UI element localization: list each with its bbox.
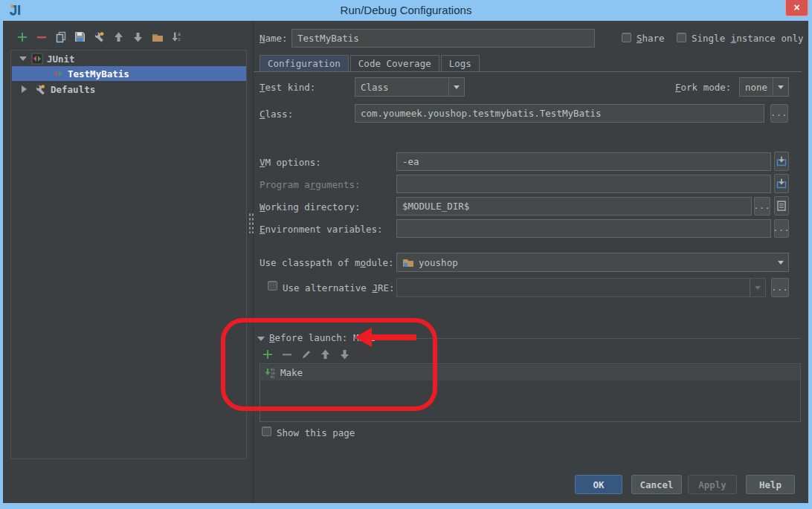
help-button[interactable]: Help — [746, 475, 795, 494]
class-input[interactable] — [355, 104, 764, 123]
class-label: Class: — [260, 108, 293, 120]
use-alternative-jre-checkbox[interactable] — [268, 281, 277, 291]
cancel-button[interactable]: Cancel — [631, 475, 682, 494]
program-arguments-label: Program arguments: — [260, 179, 360, 191]
fork-mode-value: none — [745, 82, 767, 93]
before-launch-twisty-icon[interactable] — [257, 337, 265, 345]
working-directory-label: Working directory: — [260, 201, 360, 213]
task-label: Make — [280, 367, 303, 378]
share-label[interactable]: Share — [637, 33, 665, 45]
browse-class-button[interactable]: ... — [770, 104, 788, 123]
module-folder-icon — [402, 257, 414, 268]
add-task-icon[interactable] — [261, 348, 274, 360]
share-checkbox[interactable] — [622, 33, 631, 42]
chevron-down-icon[interactable] — [448, 78, 464, 96]
test-kind-label: Test kind: — [260, 82, 315, 94]
tree-item-label: JUnit — [47, 54, 75, 65]
module-value: youshop — [419, 257, 458, 268]
svg-text:z: z — [178, 36, 181, 42]
tree-item-junit[interactable]: JUnit — [12, 51, 246, 66]
program-arguments-input[interactable] — [396, 175, 771, 193]
configurations-toolbar: az — [16, 30, 183, 43]
sort-alphabetically-icon[interactable]: az — [170, 30, 183, 43]
alternative-jre-select — [396, 278, 766, 297]
move-task-up-icon[interactable] — [319, 348, 332, 360]
vm-options-input[interactable] — [396, 152, 771, 171]
show-this-page-checkbox[interactable] — [262, 427, 271, 436]
before-launch-toolbar — [261, 348, 351, 360]
browse-jre-button[interactable]: ... — [771, 278, 789, 297]
macros-list-icon[interactable] — [774, 196, 789, 215]
remove-configuration-icon[interactable] — [35, 30, 48, 43]
tab-code-coverage[interactable]: Code Coverage — [350, 55, 439, 72]
configurations-tree: JUnit TestMyBatis Defaults — [10, 50, 247, 459]
expand-program-arguments-icon[interactable] — [774, 174, 789, 193]
apply-button[interactable]: Apply — [688, 475, 737, 494]
test-kind-select[interactable]: Class — [355, 77, 465, 97]
browse-working-directory-button[interactable]: ... — [754, 197, 770, 215]
environment-variables-label: Environment variables: — [260, 224, 383, 236]
copy-configuration-icon[interactable] — [54, 30, 67, 43]
tree-item-testmybatis-selected[interactable]: TestMyBatis — [12, 66, 246, 81]
fork-mode-select[interactable]: none — [739, 77, 789, 97]
environment-variables-input[interactable] — [396, 219, 771, 238]
make-compile-icon: 011001 — [265, 367, 277, 379]
before-launch-task-list: 011001 Make — [260, 363, 801, 422]
fork-mode-label: Fork mode: — [675, 82, 731, 94]
title-bar: Run/Debug Configurations × — [0, 0, 812, 21]
browse-environment-variables-button[interactable]: ... — [774, 219, 789, 238]
working-directory-input[interactable] — [396, 197, 752, 215]
move-task-down-icon[interactable] — [338, 348, 351, 360]
svg-text:01: 01 — [271, 375, 275, 379]
name-input[interactable] — [291, 29, 595, 48]
chevron-down-icon — [750, 279, 765, 296]
edit-task-icon[interactable] — [300, 348, 312, 360]
chevron-down-icon[interactable] — [773, 78, 788, 96]
run-debug-configurations-dialog: Run/Debug Configurations × az — [0, 0, 812, 509]
module-select[interactable]: youshop — [396, 253, 789, 272]
tab-logs[interactable]: Logs — [441, 55, 480, 72]
single-instance-checkbox[interactable] — [677, 33, 686, 42]
single-instance-label[interactable]: Single instance only — [692, 33, 804, 45]
use-alternative-jre-label[interactable]: Use alternative JRE: — [283, 282, 395, 294]
test-kind-value: Class — [361, 82, 389, 93]
use-classpath-label: Use classpath of module: — [260, 257, 394, 269]
chevron-down-icon[interactable] — [773, 253, 788, 271]
tree-item-label: TestMyBatis — [68, 68, 129, 80]
collapsed-twisty-icon[interactable] — [22, 85, 30, 93]
window-title: Run/Debug Configurations — [0, 4, 812, 16]
move-up-icon[interactable] — [112, 30, 125, 43]
settings-wrench-icon — [35, 83, 47, 95]
before-launch-separator — [394, 338, 801, 339]
edit-defaults-wrench-icon[interactable] — [93, 30, 106, 43]
tree-item-label: Defaults — [51, 84, 95, 95]
before-launch-header[interactable]: Before launch: Make — [269, 332, 376, 344]
task-row-make[interactable]: 011001 Make — [261, 365, 800, 380]
vm-options-label: VM options: — [260, 157, 321, 169]
expand-vm-options-icon[interactable] — [774, 152, 789, 171]
configuration-tabs: Configuration Code Coverage Logs — [260, 55, 481, 72]
close-button[interactable]: × — [785, 0, 808, 16]
new-folder-icon[interactable] — [151, 30, 164, 43]
tree-item-defaults[interactable]: Defaults — [12, 82, 246, 97]
move-down-icon[interactable] — [132, 30, 144, 43]
save-configuration-icon[interactable] — [74, 30, 86, 43]
junit-configuration-icon — [52, 68, 64, 80]
remove-task-icon[interactable] — [280, 348, 293, 360]
ok-button[interactable]: OK — [575, 475, 622, 494]
tab-configuration[interactable]: Configuration — [260, 55, 349, 72]
show-this-page-label[interactable]: Show this page — [277, 427, 355, 439]
splitter-grip-icon[interactable] — [248, 213, 254, 233]
tabs-underline — [254, 71, 802, 72]
junit-configuration-icon — [31, 53, 43, 65]
panel-splitter[interactable] — [253, 21, 254, 503]
add-configuration-icon[interactable] — [16, 30, 28, 43]
expanded-twisty-icon[interactable] — [19, 56, 27, 65]
name-label: Name: — [260, 33, 288, 45]
